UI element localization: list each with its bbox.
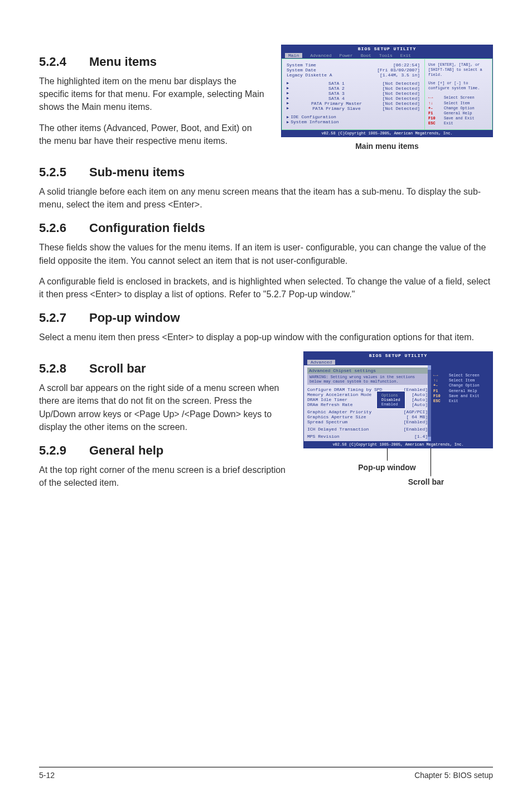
scrollbar-up-icon[interactable]	[428, 365, 431, 370]
bios-scrollbar[interactable]	[428, 365, 431, 441]
para-525: A solid triangle before each item on any…	[39, 185, 493, 211]
row-diskette[interactable]: Legacy Diskette A	[287, 73, 332, 78]
keyt-item: Select Item	[444, 101, 470, 106]
row-pata-slave[interactable]: PATA Primary Slave	[312, 106, 360, 111]
key-f1: F1	[428, 111, 441, 116]
row-dram-refresh[interactable]: DRAm Refresh Rate	[307, 402, 353, 407]
key-ud: ↑↓	[428, 101, 441, 106]
bios2-copyright: v02.58 (C)Copyright 1985-2005, American …	[304, 441, 492, 448]
bios2-warning: WARNING: Setting wrong values in the sec…	[307, 374, 428, 385]
row-systime[interactable]: System Time	[287, 62, 316, 67]
val-sysdate[interactable]: [Fri 03/09/2007]	[377, 67, 420, 73]
para-524-2: The other items (Advanced, Power, Boot, …	[39, 122, 264, 147]
keyt-help: General Help	[444, 111, 472, 116]
bios-help-text-1: Use [ENTER], [TAB], or [SHIFT-TAB] to se…	[428, 62, 489, 78]
bios2-header: Advanced Chipset settings	[307, 368, 428, 374]
bios2-key-legend: ←→Select Screen ↑↓Select Item +-Change O…	[433, 373, 490, 404]
row-dram-idle[interactable]: DRAM Idle Timer	[307, 397, 347, 402]
row-ich[interactable]: ICH Delayed Transaction	[307, 427, 369, 432]
heading-528: 5.2.8Scroll bar	[39, 361, 287, 376]
bios-tab-power[interactable]: Power	[340, 53, 353, 58]
row-sata4[interactable]: SATA 4	[328, 96, 345, 101]
key2t-help: General Help	[449, 389, 477, 394]
annotation-popup: Pop-up window	[281, 463, 493, 472]
key2t-screen: Select Screen	[449, 373, 480, 378]
row-sysdate[interactable]: System Date	[287, 67, 316, 73]
key2-f10: F10	[433, 394, 446, 399]
key2-pm: +-	[433, 383, 446, 388]
footer-page-number: 5-12	[39, 771, 55, 780]
val-sata4: [Not Detected]	[383, 96, 420, 101]
val-diskette[interactable]: [1.44M, 3.5 in]	[380, 73, 420, 78]
page-footer: 5-12 Chapter 5: BIOS setup	[39, 767, 493, 780]
key2t-save: Save and Exit	[449, 394, 480, 399]
heading-526: 5.2.6Configuration fields	[39, 221, 493, 235]
row-spread[interactable]: Spread Spectrum	[307, 419, 347, 424]
bios-tab-advanced[interactable]: Advanced	[310, 53, 331, 58]
val-ich[interactable]: [Enabled]	[404, 427, 428, 432]
bios-key-legend: ←→Select Screen ↑↓Select Item +-Change O…	[428, 95, 489, 126]
bios-tab-exit[interactable]: Exit	[400, 53, 411, 58]
row-dram-spd[interactable]: Configure DRAM Timing by SPD	[307, 387, 382, 392]
key2t-exit: Exit	[449, 399, 458, 404]
val-aperture[interactable]: [ 64 MB]	[407, 414, 428, 419]
row-sata2[interactable]: SATA 2	[328, 86, 345, 91]
bios-advanced-screenshot: BIOS SETUP UTILITY Advanced Advanced Chi…	[303, 351, 493, 448]
val-pata-slave: [Not Detected]	[383, 106, 420, 111]
para-524-1: The highlighted item on the menu bar dis…	[39, 75, 264, 114]
para-529: At the top right corner of the menu scre…	[39, 463, 287, 489]
bios-main-screenshot: BIOS SETUP UTILITY Main Advanced Power B…	[281, 45, 493, 137]
row-sys-info[interactable]: System Information	[291, 119, 338, 124]
keyt-screen: Select Screen	[444, 95, 475, 100]
scrollbar-down-icon[interactable]	[428, 437, 431, 441]
val-sata2: [Not Detected]	[383, 86, 420, 91]
row-mps[interactable]: MPS Revision	[307, 434, 340, 439]
key2-f1: F1	[433, 389, 446, 394]
keyt-exit: Exit	[444, 121, 453, 126]
key2t-change: Change Option	[449, 383, 480, 388]
bios2-tab-advanced[interactable]: Advanced	[307, 360, 335, 365]
row-graphic-pri[interactable]: Graphic Adapter Priority	[307, 409, 371, 414]
bios-help-text-2: Use [+] or [-] to configure system Time.	[428, 81, 489, 91]
bios-copyright: v02.58 (C)Copyright 1985-2005, American …	[282, 130, 492, 137]
val-dram-idle[interactable]: [Auto]	[412, 397, 428, 402]
bios2-menubar: Advanced	[304, 359, 492, 365]
popup-opt-disabled[interactable]: Disabled	[381, 398, 400, 402]
val-mps[interactable]: [1.4]	[414, 434, 428, 439]
row-sata1[interactable]: SATA 1	[328, 81, 345, 86]
para-527: Select a menu item then press <Enter> to…	[39, 331, 493, 344]
heading-527: 5.2.7Pop-up window	[39, 311, 493, 325]
val-mem-accel[interactable]: [Auto]	[412, 392, 428, 397]
caption-main-menu: Main menu items	[281, 142, 493, 151]
val-spread[interactable]: [Enabled]	[404, 419, 428, 424]
bios-tab-main[interactable]: Main	[285, 53, 302, 58]
annotation-line-popup	[387, 448, 388, 461]
bios-tab-boot[interactable]: Boot	[361, 53, 371, 58]
key-lr: ←→	[428, 95, 441, 100]
bios-tab-tools[interactable]: Tools	[379, 53, 393, 58]
row-aperture[interactable]: Graphics Aperture Size	[307, 414, 366, 419]
val-graphic-pri[interactable]: [AGP/PCI]	[404, 409, 428, 414]
row-sata3[interactable]: SATA 3	[328, 91, 345, 96]
heading-525: 5.2.5Sub-menu items	[39, 165, 493, 180]
row-ide-config[interactable]: IDE Configuration	[291, 114, 336, 119]
key-pm: +-	[428, 106, 441, 111]
val-dram-refresh[interactable]: [Auto]	[412, 402, 428, 407]
para-528: A scroll bar appears on the right side o…	[39, 381, 287, 433]
bios-menubar: Main Advanced Power Boot Tools Exit	[282, 52, 492, 59]
key2-lr: ←→	[433, 373, 446, 378]
key-f10: F10	[428, 116, 441, 121]
val-dram-spd[interactable]: [Enabled]	[404, 387, 428, 392]
row-pata-master[interactable]: PATA Primary Master	[311, 101, 362, 106]
annotation-scroll: Scroll bar	[359, 477, 493, 486]
val-sata3: [Not Detected]	[383, 91, 420, 96]
val-systime[interactable]: [06:22:54]	[393, 62, 420, 67]
key2t-item: Select Item	[449, 378, 475, 383]
bios-popup[interactable]: Options Disabled Enabled	[376, 391, 405, 409]
bios2-title: BIOS SETUP UTILITY	[304, 352, 492, 359]
row-mem-accel[interactable]: Memory Acceleration Mode	[307, 392, 371, 397]
footer-chapter: Chapter 5: BIOS setup	[414, 771, 493, 780]
popup-opt-enabled[interactable]: Enabled	[381, 402, 400, 407]
val-pata-master: [Not Detected]	[383, 101, 420, 106]
popup-title: Options	[381, 393, 400, 398]
